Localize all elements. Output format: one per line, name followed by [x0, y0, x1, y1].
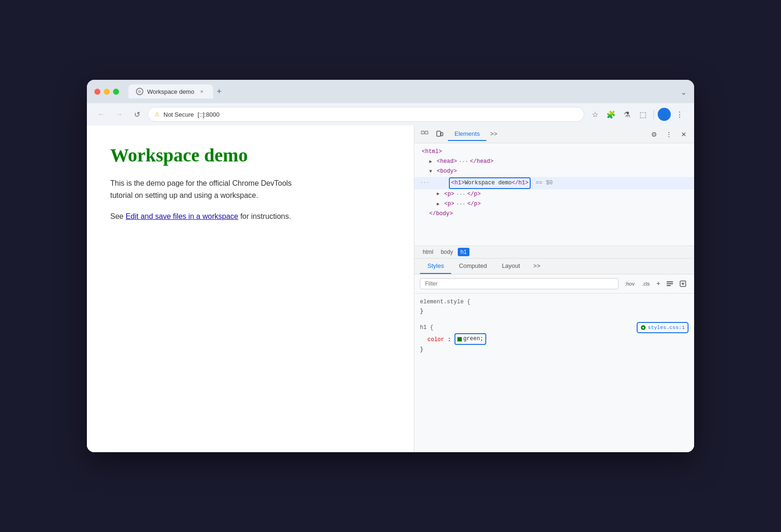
- svg-rect-2: [437, 131, 440, 136]
- dom-h1-close-tag: </h1>: [511, 179, 528, 188]
- filter-bar: :hov .cls +: [414, 274, 694, 294]
- reload-button[interactable]: ↺: [130, 107, 144, 121]
- devtools-tabs: Elements >>: [448, 127, 646, 141]
- dom-h1-text: Workspace demo: [465, 179, 512, 188]
- css-source-link[interactable]: styles.css:1: [637, 322, 689, 334]
- css-h1-selector-row: h1 { styles.css:1: [420, 322, 689, 334]
- svg-rect-4: [667, 281, 673, 282]
- profile-button[interactable]: 👤: [658, 108, 671, 121]
- styles-tab-styles[interactable]: Styles: [420, 259, 451, 274]
- bookmark-button[interactable]: ☆: [588, 107, 602, 121]
- devtools-close-button[interactable]: ✕: [677, 128, 690, 141]
- page-body: This is the demo page for the official C…: [110, 177, 316, 223]
- devtools-toolbar: Elements >> ⚙ ⋮ ✕: [414, 126, 694, 143]
- breadcrumb-body[interactable]: body: [438, 248, 456, 256]
- css-property-name-color: color: [427, 337, 444, 343]
- close-button[interactable]: [94, 89, 100, 95]
- dom-p2-triangle[interactable]: ▶: [437, 201, 442, 208]
- svg-rect-3: [441, 133, 443, 136]
- svg-rect-6: [667, 285, 671, 286]
- filter-plus-button[interactable]: +: [654, 279, 662, 289]
- filter-hov-button[interactable]: :hov: [622, 280, 638, 288]
- devtools-more-button[interactable]: ⋮: [662, 128, 675, 141]
- paragraph-1: This is the demo page for the official C…: [110, 177, 316, 201]
- dom-body-tag: <body>: [437, 167, 457, 176]
- tab-close-button[interactable]: ×: [198, 88, 206, 95]
- styles-tab-computed[interactable]: Computed: [451, 259, 494, 274]
- dom-body-close-line[interactable]: </body>: [414, 209, 694, 219]
- dom-body-triangle[interactable]: ▼: [429, 168, 435, 175]
- filter-input[interactable]: [420, 278, 618, 289]
- svg-rect-0: [421, 131, 424, 134]
- nav-actions: ☆ 🧩 ⚗ ⬚ 👤 ⋮: [588, 107, 687, 121]
- labs-button[interactable]: ⚗: [620, 107, 634, 121]
- css-h1-close: }: [420, 345, 689, 354]
- paragraph-2-prefix: See: [110, 212, 126, 220]
- css-property-value-green: green;: [463, 334, 483, 343]
- css-element-style-selector: element.style {: [420, 297, 689, 307]
- forward-button[interactable]: →: [112, 107, 126, 121]
- new-tab-button[interactable]: +: [213, 87, 226, 97]
- dom-h1-dollar: $0: [546, 179, 553, 188]
- styles-tabs: Styles Computed Layout >>: [414, 259, 694, 274]
- dom-html-line[interactable]: <html>: [414, 147, 694, 157]
- tab-elements[interactable]: Elements: [448, 127, 486, 141]
- breadcrumb-html[interactable]: html: [420, 248, 436, 256]
- dom-p2-line[interactable]: ▶ <p> ··· </p>: [414, 199, 694, 209]
- css-color-value-group: green;: [454, 333, 486, 344]
- maximize-button[interactable]: [113, 89, 119, 95]
- minimize-button[interactable]: [104, 89, 110, 95]
- inspector-button[interactable]: [418, 128, 431, 141]
- paragraph-2: See Edit and save files in a workspace f…: [110, 210, 316, 223]
- menu-button[interactable]: ⋮: [673, 107, 687, 121]
- nav-divider: [653, 110, 654, 119]
- url-display: [::]:8000: [198, 111, 220, 118]
- color-swatch-green[interactable]: [457, 337, 462, 342]
- dom-body-close-tag: </body>: [429, 210, 453, 218]
- dom-h1-line[interactable]: ··· <h1>Workspace demo</h1> == $0: [414, 177, 694, 189]
- active-tab[interactable]: ⊕ Workspace demo ×: [128, 84, 213, 98]
- browser-window: ⊕ Workspace demo × + ⌄ ← → ↺ ⚠ Not Secur…: [87, 80, 694, 452]
- title-bar: ⊕ Workspace demo × + ⌄: [87, 80, 694, 103]
- styles-tab-layout[interactable]: Layout: [494, 259, 527, 274]
- dom-head-triangle[interactable]: ▶: [429, 158, 435, 166]
- page-heading: Workspace demo: [110, 144, 390, 166]
- css-element-style-close: }: [420, 307, 689, 316]
- filter-styles-icon-2[interactable]: [677, 278, 689, 289]
- dom-p1-close-tag: </p>: [467, 190, 481, 199]
- css-close-brace: }: [420, 308, 423, 315]
- webpage-area: Workspace demo This is the demo page for…: [87, 126, 414, 452]
- tab-more[interactable]: >>: [486, 128, 501, 140]
- dom-h1-equals: ==: [535, 179, 542, 188]
- css-h1-property-row: color : green;: [420, 333, 689, 345]
- filter-actions: :hov .cls +: [622, 278, 689, 289]
- styles-tab-more[interactable]: >>: [529, 259, 544, 273]
- browser-content: Workspace demo This is the demo page for…: [87, 126, 694, 452]
- sidebar-button[interactable]: ⬚: [636, 107, 650, 121]
- dom-p1-triangle[interactable]: ▶: [437, 190, 442, 198]
- filter-cls-button[interactable]: .cls: [639, 280, 653, 288]
- css-rules: element.style { } h1 { styles.css:1: [414, 294, 694, 364]
- dom-body-line[interactable]: ▼ <body>: [414, 167, 694, 176]
- dom-p1-line[interactable]: ▶ <p> ··· </p>: [414, 189, 694, 199]
- back-button[interactable]: ←: [94, 107, 108, 121]
- breadcrumb-h1[interactable]: h1: [458, 248, 469, 256]
- extensions-button[interactable]: 🧩: [604, 107, 618, 121]
- dom-head-line[interactable]: ▶ <head> ··· </head>: [414, 157, 694, 167]
- dom-head-ellipsis: ···: [459, 158, 468, 166]
- dom-tree: <html> ▶ <head> ··· </head> ▼ <body>: [414, 143, 694, 246]
- devtools-settings-button[interactable]: ⚙: [647, 128, 660, 141]
- svg-rect-5: [667, 283, 673, 284]
- filter-styles-icon-1[interactable]: [664, 278, 675, 289]
- dom-p1-tag: <p>: [444, 190, 454, 199]
- css-h1-selector: h1 {: [420, 323, 433, 332]
- workspace-link[interactable]: Edit and save files in a workspace: [126, 212, 238, 220]
- styles-panel: Styles Computed Layout >> :hov .cls: [414, 259, 694, 452]
- traffic-lights: [94, 89, 119, 95]
- device-toolbar-button[interactable]: [433, 128, 446, 141]
- css-selector-text: element.style {: [420, 299, 470, 305]
- dom-h1-open-tag: <h1>: [451, 179, 465, 188]
- devtools-toolbar-right: ⚙ ⋮ ✕: [647, 128, 690, 141]
- address-bar[interactable]: ⚠ Not Secure [::]:8000: [148, 107, 584, 122]
- tab-menu-button[interactable]: ⌄: [681, 88, 687, 97]
